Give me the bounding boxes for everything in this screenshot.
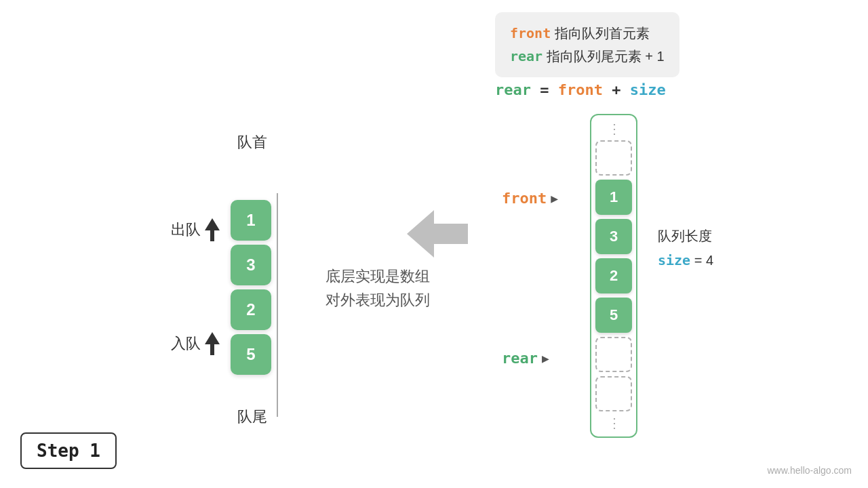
dequeue-label: 出队 (171, 218, 220, 241)
queue-bottom-label: 队尾 (237, 407, 267, 427)
middle-line1: 底层实现是数组 (326, 264, 430, 288)
formula-eq: = (540, 81, 558, 98)
legend-rear-kw: rear (510, 48, 542, 64)
right-cell-empty-top (595, 140, 632, 176)
dequeue-arrow-icon (205, 218, 220, 241)
bottom-dots: ⋮ (608, 413, 620, 432)
front-pointer-label: front ▶ (502, 190, 558, 207)
queue-top-label: 队首 (237, 132, 267, 152)
watermark: www.hello-algo.com (768, 465, 852, 476)
dequeue-text: 出队 (171, 220, 201, 240)
enqueue-arrow-icon (205, 332, 220, 355)
svg-marker-0 (205, 218, 220, 241)
left-cell-1: 3 (231, 245, 271, 285)
right-cell-1: 1 (595, 180, 632, 215)
svg-marker-1 (205, 332, 220, 355)
formula: rear = front + size (495, 81, 666, 98)
enqueue-label: 入队 (171, 332, 220, 355)
left-cell-3: 5 (231, 334, 271, 375)
legend-front-kw: front (510, 25, 551, 41)
right-cell-2: 2 (595, 258, 632, 293)
front-kw-label: front (502, 190, 547, 207)
right-cell-empty-mid (595, 337, 632, 372)
formula-size: size (630, 81, 666, 98)
middle-text: 底层实现是数组 对外表现为队列 (326, 264, 430, 312)
left-cell-2: 2 (231, 289, 271, 330)
right-cell-empty-bot (595, 376, 632, 411)
step-box: Step 1 (20, 432, 117, 469)
left-queue-cells: 1 3 2 5 (231, 200, 271, 375)
top-dots: ⋮ (608, 119, 620, 138)
enqueue-text: 入队 (171, 333, 201, 354)
svg-marker-2 (407, 210, 468, 258)
front-arrow-icon: ▶ (551, 191, 558, 205)
middle-line2: 对外表现为队列 (326, 288, 430, 312)
left-cell-0: 1 (231, 200, 271, 241)
big-left-arrow (407, 210, 468, 260)
formula-plus: + (612, 81, 630, 98)
right-cell-3: 3 (595, 219, 632, 254)
formula-front: front (558, 81, 603, 98)
queue-length-label: 队列长度 (658, 224, 713, 248)
queue-length-section: 队列长度 size = 4 (658, 224, 713, 272)
legend-front-desc: 指向队列首元素 (555, 26, 650, 41)
rear-arrow-icon: ▶ (542, 351, 549, 365)
right-cell-5: 5 (595, 298, 632, 333)
size-eq: = (694, 253, 706, 268)
legend-box: front 指向队列首元素 rear 指向队列尾元素 + 1 (495, 12, 679, 77)
size-value: 4 (706, 253, 713, 268)
right-array: ⋮ 1 3 2 5 ⋮ (590, 114, 637, 438)
legend-rear-desc: 指向队列尾元素 + 1 (547, 49, 665, 64)
queue-vertical-line (277, 193, 278, 417)
rear-pointer-label: rear ▶ (502, 350, 549, 367)
size-kw: size (658, 252, 690, 268)
formula-rear: rear (495, 81, 531, 98)
rear-kw-label: rear (502, 350, 538, 367)
